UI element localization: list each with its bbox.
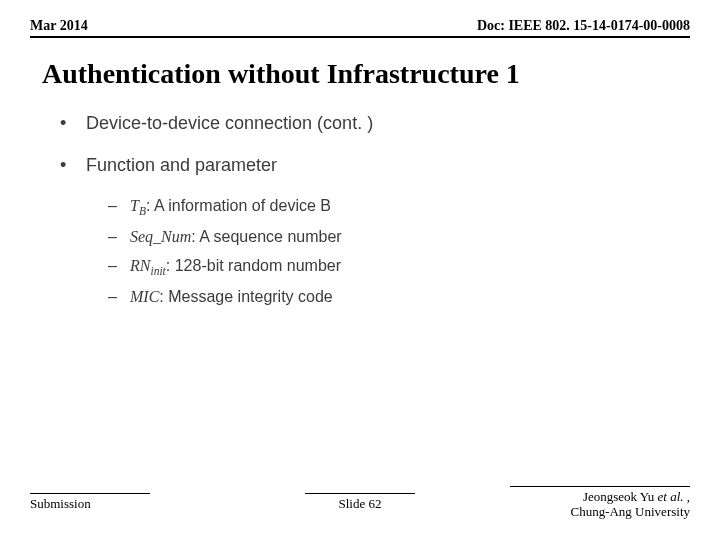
- sym-tb: TB: [130, 197, 146, 214]
- bullet-dot-icon: •: [60, 110, 86, 138]
- footer-center: Slide 62: [305, 493, 415, 512]
- bullet-dot-icon: •: [60, 152, 86, 180]
- content: • Device-to-device connection (cont. ) •…: [60, 110, 680, 313]
- sub-seq-text: Seq_Num: A sequence number: [130, 225, 680, 250]
- footer-left: Submission: [30, 493, 150, 512]
- sym-seq: Seq_Num: [130, 228, 191, 245]
- sub-rn-text: RNinit: 128-bit random number: [130, 254, 680, 281]
- footer-author: Jeongseok Yu: [583, 489, 658, 504]
- sym-mic: MIC: [130, 288, 159, 305]
- header: Mar 2014 Doc: IEEE 802. 15-14-0174-00-00…: [30, 18, 690, 38]
- header-doc: Doc: IEEE 802. 15-14-0174-00-0008: [477, 18, 690, 34]
- bullet-func-text: Function and parameter: [86, 152, 680, 180]
- sub-tb: – TB: A information of device B: [60, 194, 680, 221]
- bullet-func: • Function and parameter: [60, 152, 680, 180]
- sym-rn: RNinit: [130, 257, 166, 274]
- dash-icon: –: [108, 194, 130, 221]
- slide-title: Authentication without Infrastructure 1: [42, 58, 520, 90]
- sub-seq: – Seq_Num: A sequence number: [60, 225, 680, 250]
- sub-rn: – RNinit: 128-bit random number: [60, 254, 680, 281]
- bullet-d2d: • Device-to-device connection (cont. ): [60, 110, 680, 138]
- sub-mic: – MIC: Message integrity code: [60, 285, 680, 310]
- footer-affil: Chung-Ang University: [570, 504, 690, 519]
- footer-etal: et al.: [658, 489, 684, 504]
- dash-icon: –: [108, 254, 130, 281]
- slide: Mar 2014 Doc: IEEE 802. 15-14-0174-00-00…: [0, 0, 720, 540]
- header-date: Mar 2014: [30, 18, 88, 34]
- footer-right: Jeongseok Yu et al. , Chung-Ang Universi…: [510, 486, 690, 520]
- bullet-d2d-text: Device-to-device connection (cont. ): [86, 110, 680, 138]
- footer-comma: ,: [684, 489, 691, 504]
- sub-tb-text: TB: A information of device B: [130, 194, 680, 221]
- sub-mic-text: MIC: Message integrity code: [130, 285, 680, 310]
- dash-icon: –: [108, 285, 130, 310]
- dash-icon: –: [108, 225, 130, 250]
